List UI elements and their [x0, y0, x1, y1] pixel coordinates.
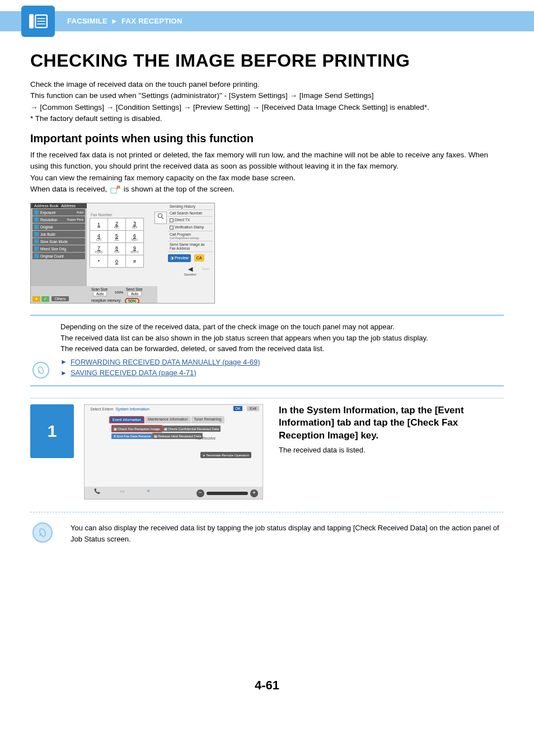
- received-data-icon: [110, 185, 120, 197]
- call-search-item[interactable]: Call Search Number: [168, 210, 213, 217]
- settings-row[interactable]: Slow Scan Mode: [32, 238, 85, 245]
- settings-row[interactable]: ResolutionSuper Fine: [32, 216, 85, 223]
- scan-auto[interactable]: Auto: [93, 291, 107, 296]
- checkbox-icon[interactable]: [170, 226, 174, 230]
- divider: [30, 398, 504, 399]
- note-icon: [32, 362, 49, 379]
- phone-icon[interactable]: 📞: [92, 488, 101, 494]
- terminate-remote-button[interactable]: ◆Terminate Remote Operation: [200, 452, 251, 458]
- star-icon[interactable]: ★: [32, 296, 40, 302]
- select-extern-label: Select Extern: [90, 407, 114, 411]
- link-arrow-icon: ►: [60, 357, 67, 367]
- keypad-key[interactable]: 7PQRS: [90, 243, 108, 255]
- keypad-key[interactable]: 9WXYZ: [126, 243, 144, 255]
- keypad-key[interactable]: 6MNO: [126, 231, 144, 243]
- system-info-figure: Select Extern System Information OK Exit…: [84, 404, 263, 500]
- direct-tx-item[interactable]: Direct TX: [168, 217, 213, 224]
- breadcrumb-a[interactable]: FACSIMILE: [67, 17, 107, 25]
- tip-text: You can also display the received data l…: [71, 522, 504, 545]
- keypad-key[interactable]: 8TUV: [108, 243, 126, 255]
- keypad[interactable]: 12ABC3DEF4GHI5JKL6MNO7PQRS8TUV9WXYZ*0#: [90, 218, 144, 268]
- check-fax-reception-image-button[interactable]: ▦Check Fax Reception Image: [111, 425, 162, 432]
- body-p3: When data is received, is shown at the t…: [30, 184, 504, 197]
- tip-box: You can also display the received data l…: [30, 522, 504, 545]
- reception-memory-value: 50%: [125, 299, 139, 303]
- exit-button[interactable]: Exit: [247, 406, 259, 411]
- book-icon[interactable]: ▭: [118, 488, 127, 494]
- keypad-key[interactable]: #: [126, 255, 144, 268]
- settings-row[interactable]: Mixed Size Orig.: [32, 245, 85, 252]
- address-tab[interactable]: Address: [61, 204, 76, 208]
- fax-number-label: Fax Number: [90, 212, 151, 218]
- speaker-label[interactable]: ◀ Speaker Start: [168, 265, 213, 276]
- settings-row[interactable]: Job Build: [32, 231, 85, 237]
- breadcrumb: FACSIMILE ► FAX RECEPTION: [67, 11, 182, 31]
- breadcrumb-b[interactable]: FAX RECEPTION: [121, 17, 182, 25]
- keypad-key[interactable]: 4GHI: [90, 231, 108, 243]
- settings-row[interactable]: Original Count: [32, 253, 85, 259]
- topbar: FACSIMILE ► FAX RECEPTION: [0, 0, 534, 34]
- zoom-slider[interactable]: [207, 492, 248, 495]
- others-button[interactable]: Others: [51, 296, 69, 301]
- keypad-key[interactable]: 5JKL: [108, 231, 126, 243]
- row-icon: [34, 232, 39, 236]
- note-line-3: The received data can be forwarded, dele…: [60, 343, 504, 354]
- zoom-in-button[interactable]: +: [250, 489, 258, 497]
- sending-history-item[interactable]: Sending History: [168, 203, 213, 210]
- search-icon[interactable]: [154, 212, 167, 224]
- bottom-left: ★ ✓ Others: [32, 296, 69, 302]
- end-fax-data-button[interactable]: ⏸End Fax Data Receive: [111, 433, 152, 439]
- brightness-icon[interactable]: ☀: [144, 488, 153, 494]
- step-heading: In the System Information, tap the [Even…: [279, 404, 504, 443]
- breadcrumb-strip: FACSIMILE ► FAX RECEPTION: [0, 11, 534, 31]
- addrbook-tab[interactable]: Address Book: [32, 203, 60, 208]
- system-info-label: System Information: [116, 407, 149, 411]
- intro-p2: This function can be used when "Settings…: [30, 90, 504, 101]
- ok-button[interactable]: OK: [233, 406, 242, 411]
- note-icon: [32, 522, 53, 543]
- page-number: 4-61: [30, 678, 504, 703]
- send-auto[interactable]: Auto: [128, 291, 142, 296]
- link-arrow-icon: ►: [60, 368, 67, 378]
- note-line-2: The received data list can be also shown…: [60, 333, 504, 344]
- intro-p1: Check the image of received data on the …: [30, 79, 504, 90]
- note-box: Depending on the size of the received da…: [30, 315, 504, 386]
- call-program-item[interactable]: Call ProgramCall Registered settings: [168, 231, 213, 241]
- body-p2: You can view the remaining fax memory ca…: [30, 172, 504, 184]
- settings-row[interactable]: Original: [32, 223, 85, 230]
- start-button[interactable]: Start: [202, 267, 209, 270]
- keypad-key[interactable]: 3DEF: [126, 218, 144, 231]
- page-title: CHECKING THE IMAGE BEFORE PRINTING: [30, 50, 504, 71]
- fax-base-screen-figure: Address Book Address ExposureAutoResolut…: [30, 203, 215, 304]
- settings-row[interactable]: ExposureAuto: [32, 209, 85, 216]
- dashed-divider: [30, 512, 504, 512]
- forwarding-link[interactable]: FORWARDING RECEIVED DATA MANUALLY (page …: [71, 357, 260, 368]
- preview-button[interactable]: ◑Preview: [168, 254, 191, 262]
- ca-button[interactable]: CA: [194, 254, 204, 262]
- zoom-out-button[interactable]: −: [196, 489, 204, 497]
- body-p3b: is shown at the top of the screen.: [124, 185, 235, 193]
- body-p1: If the received fax data is not printed …: [30, 150, 504, 172]
- body-p3a: When data is received,: [30, 185, 109, 193]
- keypad-key[interactable]: *: [90, 255, 108, 268]
- checkbox-icon[interactable]: [170, 218, 174, 222]
- svg-line-7: [162, 217, 163, 219]
- saving-link[interactable]: SAVING RECEIVED DATA (page 4-71): [71, 367, 196, 379]
- check-confidential-button[interactable]: ▦Check Confidential Received Data: [162, 426, 221, 432]
- svg-rect-0: [29, 14, 34, 28]
- keypad-key[interactable]: 0: [108, 255, 126, 268]
- svg-point-6: [158, 214, 162, 218]
- keypad-key[interactable]: 1: [90, 218, 108, 231]
- verification-stamp-item[interactable]: Verification Stamp: [168, 224, 213, 231]
- tab-toner-remaining[interactable]: Toner Remaining: [191, 416, 224, 423]
- tab-maintenance-information[interactable]: Maintenance Information: [145, 416, 191, 423]
- tab-event-information[interactable]: Event Information: [109, 416, 144, 423]
- send-size: Send SizeAuto: [126, 287, 143, 296]
- pct: 100%: [115, 291, 123, 294]
- keypad-key[interactable]: 2ABC: [108, 218, 126, 231]
- fax-icon[interactable]: [21, 6, 55, 37]
- row-icon: [34, 225, 39, 229]
- send-same-image-item[interactable]: Send Same Image as Fax Address: [168, 241, 213, 252]
- step-row: 1 Select Extern System Information OK Ex…: [30, 404, 504, 500]
- check-icon[interactable]: ✓: [41, 296, 49, 302]
